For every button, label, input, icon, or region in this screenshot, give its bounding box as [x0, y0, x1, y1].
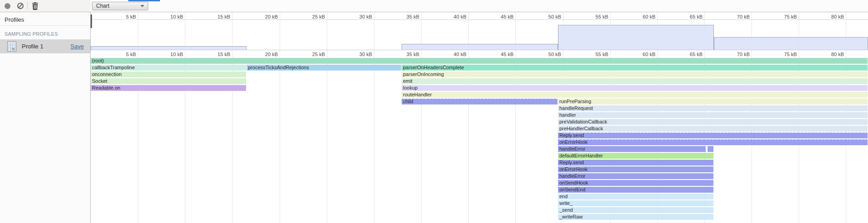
ruler-tick-label: 10 kB	[156, 52, 183, 57]
flame-bar[interactable]: preValidationCallback	[558, 119, 868, 125]
ruler-tick-label: 75 kB	[770, 14, 797, 19]
clear-all-icon[interactable]	[17, 3, 24, 9]
ruler-tick-label: 15 kB	[203, 52, 230, 57]
flame-bar[interactable]: (root)	[91, 58, 868, 64]
sidebar-divider	[0, 25, 90, 26]
ruler-tick-label: 5 kB	[109, 14, 136, 19]
flame-bar[interactable]: onconnection	[91, 71, 246, 77]
ruler-tick-label: 10 kB	[156, 14, 183, 19]
ruler-tick-label: 15 kB	[203, 14, 230, 19]
flame-bar[interactable]: onErrorHook	[558, 166, 713, 172]
toolbar-separator	[27, 2, 28, 9]
flame-bar[interactable]: Socket	[91, 78, 246, 84]
flame-bar[interactable]: child	[402, 99, 558, 104]
profile-name: Profile 1	[22, 43, 44, 50]
flame-bar[interactable]: _writeRaw	[558, 214, 713, 220]
flame-bar[interactable]: callbackTrampoline	[91, 65, 246, 71]
flame-bar[interactable]	[708, 146, 713, 152]
overview-usage-segment	[714, 37, 868, 50]
flame-bar[interactable]: handler	[558, 112, 868, 118]
flame-bar[interactable]: onSendHook	[558, 180, 713, 186]
active-tab-indicator	[128, 0, 160, 1]
ruler-tick-label: 35 kB	[392, 52, 419, 57]
chevron-down-icon	[141, 5, 144, 7]
trash-icon[interactable]	[32, 2, 39, 10]
ruler-tick-label: 45 kB	[486, 52, 514, 57]
devtools-profiler-panel: Chart Profiles SAMPLING PROFILES % Profi…	[0, 0, 868, 223]
flame-bar[interactable]: onSendEnd	[558, 187, 713, 193]
ruler-tick-label: 5 kB	[109, 52, 136, 57]
flame-bar[interactable]: Reply.send	[558, 160, 713, 166]
flame-bar[interactable]: preHandlerCallback	[558, 126, 868, 132]
ruler-tick-label: 25 kB	[298, 14, 325, 19]
ruler-tick-label: 55 kB	[581, 52, 608, 57]
flame-bar[interactable]: runPreParsing	[558, 99, 868, 104]
ruler-tick-label: 40 kB	[439, 14, 466, 19]
flame-bar[interactable]: onErrorHook	[558, 139, 868, 145]
ruler-tick-label: 30 kB	[345, 52, 372, 57]
ruler-tick-label: 80 kB	[817, 52, 844, 57]
flame-bar[interactable]: Reply.send	[558, 133, 868, 138]
overview-bottom-border	[91, 50, 868, 50]
flame-bar[interactable]: emit	[402, 78, 868, 84]
ruler-tick-label: 20 kB	[251, 52, 278, 57]
flame-bar[interactable]: end	[558, 194, 713, 199]
overview-usage-segment	[91, 46, 247, 50]
sidebar-item-profile-1[interactable]: % Profile 1 Save	[0, 39, 90, 53]
flame-bar[interactable]: defaultErrorHandler	[558, 153, 713, 159]
ruler-tick-label: 25 kB	[298, 52, 325, 57]
ruler-tick-label: 40 kB	[439, 52, 466, 57]
flame-chart-pane: 5 kB10 kB15 kB20 kB25 kB30 kB35 kB40 kB4…	[91, 12, 868, 223]
profiler-toolbar	[0, 0, 91, 12]
flame-bar[interactable]: handleError	[558, 173, 713, 179]
sidebar-heading: Profiles	[5, 16, 24, 23]
ruler-tick-label: 20 kB	[251, 14, 278, 19]
overview-range-grip[interactable]	[91, 14, 92, 28]
flame-bar[interactable]: write_	[558, 200, 713, 206]
chart-toolbar: Chart	[91, 0, 868, 12]
ruler-tick-label: 50 kB	[534, 52, 561, 57]
sampling-profiles-section-label: SAMPLING PROFILES	[5, 31, 58, 37]
flame-chart[interactable]: (root)callbackTrampolineprocessTicksAndR…	[91, 58, 868, 223]
ruler-tick-label: 35 kB	[392, 14, 419, 19]
ruler-tick-label: 55 kB	[581, 14, 608, 19]
ruler-tick-label: 30 kB	[345, 14, 372, 19]
flame-bar[interactable]: processTicksAndRejections	[247, 65, 401, 71]
flame-bar[interactable]: parserOnHeadersComplete	[402, 65, 868, 71]
profile-document-icon: %	[7, 41, 16, 52]
flame-bar[interactable]: Readable.on	[91, 85, 246, 91]
flame-bar[interactable]: handleRequest	[558, 105, 868, 111]
overview-usage-segment	[558, 25, 714, 50]
ruler-tick-label: 65 kB	[675, 52, 703, 57]
flame-bar[interactable]: routeHandler	[402, 92, 868, 98]
ruler-tick-label: 70 kB	[723, 52, 750, 57]
flame-bar[interactable]: handleError	[558, 146, 706, 152]
flame-bar[interactable]: parserOnIncoming	[402, 71, 868, 77]
overview-ruler-line	[91, 19, 868, 20]
flame-bar[interactable]: lookup	[402, 85, 868, 91]
flame-bar[interactable]: _send	[558, 207, 713, 213]
ruler-tick-label: 80 kB	[817, 14, 844, 19]
svg-text:%: %	[12, 47, 15, 51]
record-button[interactable]	[5, 3, 10, 9]
ruler-tick-label: 75 kB	[770, 52, 797, 57]
overview-usage-segment	[402, 44, 558, 50]
ruler-tick-label: 50 kB	[534, 14, 561, 19]
profiles-sidebar: Profiles SAMPLING PROFILES % Profile 1 S…	[0, 12, 90, 223]
ruler-tick-label: 70 kB	[723, 14, 750, 19]
view-mode-value: Chart	[96, 3, 109, 9]
ruler-tick-label: 65 kB	[675, 14, 703, 19]
ruler-tick-label: 45 kB	[486, 14, 514, 19]
view-mode-select[interactable]: Chart	[92, 2, 148, 10]
save-profile-link[interactable]: Save	[70, 43, 84, 50]
ruler-tick-label: 60 kB	[628, 14, 655, 19]
ruler-tick-label: 60 kB	[628, 52, 655, 57]
